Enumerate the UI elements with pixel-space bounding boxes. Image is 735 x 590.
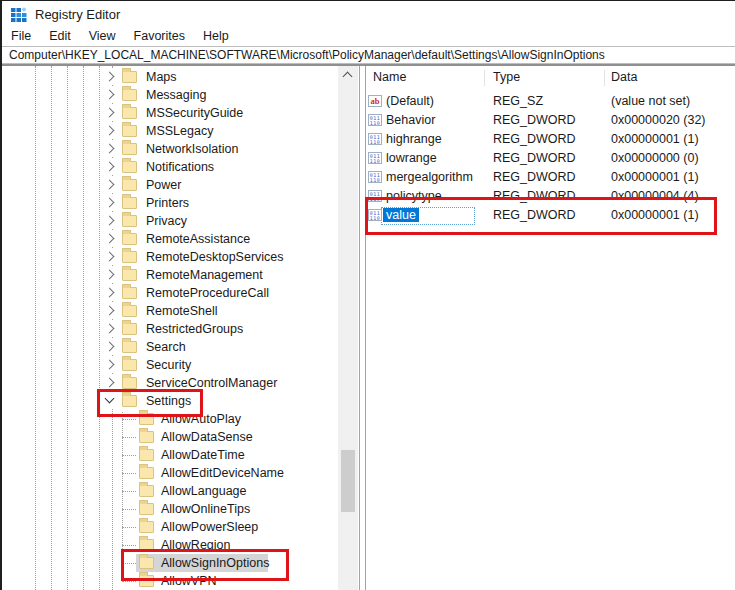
tree-connector [122,437,136,438]
expand-toggle[interactable] [102,357,118,373]
tree-connector [122,491,136,492]
chevron-right-icon [105,324,115,334]
expand-toggle[interactable] [102,285,118,301]
tree-item-label: Printers [143,194,192,212]
tree-item-allowdatetime[interactable]: AllowDateTime [2,446,337,464]
tree-connector [122,527,136,528]
chevron-right-icon [105,72,115,82]
folder-icon [122,125,137,137]
tree-item-search[interactable]: Search [2,338,337,356]
folder-icon [139,521,154,533]
menu-help[interactable]: Help [194,28,238,43]
chevron-right-icon [105,234,115,244]
pane-splitter[interactable] [359,66,360,590]
tree-connector [122,455,136,456]
column-separator[interactable] [484,70,485,86]
value-row-lowrange[interactable]: 011110lowrangeREG_DWORD0x00000000 (0) [366,149,735,168]
expand-toggle[interactable] [102,177,118,193]
folder-icon [122,179,137,191]
chevron-right-icon [105,342,115,352]
value-row-behavior[interactable]: 011110BehaviorREG_DWORD0x00000020 (32) [366,111,735,130]
tree-item-allowonlinetips[interactable]: AllowOnlineTips [2,500,337,518]
tree-item-remoteassistance[interactable]: RemoteAssistance [2,230,337,248]
expand-toggle[interactable] [102,195,118,211]
tree-item-messaging[interactable]: Messaging [2,86,337,104]
expand-toggle[interactable] [102,87,118,103]
tree-item-allowdatasense[interactable]: AllowDataSense [2,428,337,446]
tree-connector [122,473,136,474]
address-bar[interactable]: Computer\HKEY_LOCAL_MACHINE\SOFTWARE\Mic… [2,46,735,64]
tree-scrollbar[interactable] [338,66,358,590]
folder-icon [122,161,137,173]
expand-toggle[interactable] [102,159,118,175]
tree-item-notifications[interactable]: Notifications [2,158,337,176]
tree-item-power[interactable]: Power [2,176,337,194]
value-type: REG_DWORD [493,111,576,130]
tree-item-label: Power [143,176,184,194]
tree-item-remotemanagement[interactable]: RemoteManagement [2,266,337,284]
tree-item-label: MSSecurityGuide [143,104,246,122]
tree-item-restrictedgroups[interactable]: RestrictedGroups [2,320,337,338]
tree-item-allowlanguage[interactable]: AllowLanguage [2,482,337,500]
tree-item-printers[interactable]: Printers [2,194,337,212]
tree-item-remotedesktopservices[interactable]: RemoteDesktopServices [2,248,337,266]
value-row-highrange[interactable]: 011110highrangeREG_DWORD0x00000001 (1) [366,130,735,149]
column-header-data[interactable]: Data [611,70,637,84]
tree-item-alloweditdevicename[interactable]: AllowEditDeviceName [2,464,337,482]
folder-icon [122,89,137,101]
column-header-name[interactable]: Name [373,70,406,84]
reg-sz-icon: ab [368,95,382,107]
tree-item-remoteprocedurecall[interactable]: RemoteProcedureCall [2,284,337,302]
expand-toggle[interactable] [102,339,118,355]
column-separator[interactable] [604,70,605,86]
value-name: (Default) [383,92,437,111]
reg-dword-icon: 011110 [368,152,382,164]
menu-view[interactable]: View [80,28,125,43]
scrollbar-thumb[interactable] [341,450,355,512]
folder-icon [139,503,154,515]
menu-bar: FileEditViewFavoritesHelp [2,28,735,46]
expand-toggle[interactable] [102,69,118,85]
expand-toggle[interactable] [102,303,118,319]
tree-item-networkisolation[interactable]: NetworkIsolation [2,140,337,158]
tree-item-mssecurityguide[interactable]: MSSecurityGuide [2,104,337,122]
value-row-default[interactable]: ab(Default)REG_SZ(value not set) [366,92,735,111]
expand-toggle[interactable] [102,231,118,247]
expand-toggle[interactable] [102,141,118,157]
reg-dword-icon: 011110 [368,114,382,126]
tree-item-privacy[interactable]: Privacy [2,212,337,230]
expand-toggle[interactable] [102,321,118,337]
window-title: Registry Editor [35,7,120,22]
reg-dword-icon: 011110 [368,171,382,183]
column-header-type[interactable]: Type [493,70,520,84]
expand-toggle[interactable] [102,267,118,283]
tree-item-allowpowersleep[interactable]: AllowPowerSleep [2,518,337,536]
menu-file[interactable]: File [2,28,40,43]
chevron-right-icon [105,180,115,190]
folder-icon [139,431,154,443]
value-data: 0x00000000 (0) [611,149,699,168]
folder-icon [122,269,137,281]
tree-item-remoteshell[interactable]: RemoteShell [2,302,337,320]
value-row-mergealgorithm[interactable]: 011110mergealgorithmREG_DWORD0x00000001 … [366,168,735,187]
expand-toggle[interactable] [102,249,118,265]
tree-item-maps[interactable]: Maps [2,68,337,86]
value-type: REG_SZ [493,92,543,111]
expand-toggle[interactable] [102,123,118,139]
tree-item-label: AllowDataSense [158,428,256,446]
menu-favorites[interactable]: Favorites [125,28,194,43]
tree-item-security[interactable]: Security [2,356,337,374]
folder-icon [122,323,137,335]
value-type: REG_DWORD [493,168,576,187]
tree-item-label: AllowLanguage [158,482,250,500]
menu-edit[interactable]: Edit [40,28,80,43]
scroll-up-button[interactable] [338,66,358,83]
window-left-edge [0,0,2,590]
tree-item-label: RemoteProcedureCall [143,284,272,302]
expand-toggle[interactable] [102,105,118,121]
expand-toggle[interactable] [102,213,118,229]
folder-icon [122,215,137,227]
tree-item-msslegacy[interactable]: MSSLegacy [2,122,337,140]
value-type: REG_DWORD [493,130,576,149]
folder-icon [122,143,137,155]
